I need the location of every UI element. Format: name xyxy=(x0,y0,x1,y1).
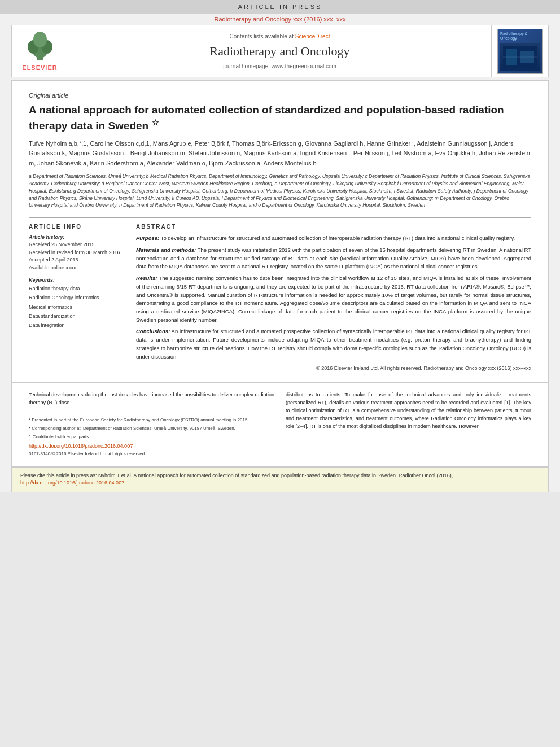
article-info-abstract-section: ARTICLE INFO Article history: Received 2… xyxy=(29,224,531,371)
journal-header-left: ELSEVIER xyxy=(12,25,68,77)
citation-bar: Please cite this article in press as: Ny… xyxy=(11,467,549,492)
accepted-date: Accepted 2 April 2016 xyxy=(29,256,125,264)
cover-title-text: Radiotherapy & Oncology xyxy=(500,32,540,41)
abstract-column: ABSTRACT Purpose: To develop an infrastr… xyxy=(136,224,531,371)
footnote-1: 1 Contributed with equal parts. xyxy=(29,434,274,440)
article-history-section: Article history: Received 25 November 20… xyxy=(29,234,125,272)
journal-issue-ref: Radiotherapy and Oncology xxx (2016) xxx… xyxy=(215,16,346,23)
abstract-heading: ABSTRACT xyxy=(136,224,531,230)
available-online: Available online xxxx xyxy=(29,264,125,272)
elsevier-label: ELSEVIER xyxy=(22,64,57,71)
main-content: Original article A national approach for… xyxy=(11,80,549,383)
revised-date: Received in revised form 30 March 2016 xyxy=(29,249,125,257)
article-info-column: ARTICLE INFO Article history: Received 2… xyxy=(29,224,125,371)
footnote-star: * Presented in part at the European Soci… xyxy=(29,417,274,423)
body-col-right: distributions to patients. To make full … xyxy=(286,391,531,457)
results-label: Results: xyxy=(136,275,157,281)
copyright-line: © 2016 Elsevier Ireland Ltd. All rights … xyxy=(136,365,531,371)
citation-text: Please cite this article in press as: Ny… xyxy=(20,473,453,478)
authors-line: Tufve Nyholm a,b,*,1, Caroline Olsson c,… xyxy=(29,139,531,169)
keyword-1: Radiation therapy data xyxy=(29,284,125,293)
abstract-text: Purpose: To develop an infrastructure fo… xyxy=(136,234,531,361)
abstract-results: Results: The suggested naming convention… xyxy=(136,274,531,324)
purpose-label: Purpose: xyxy=(136,235,159,241)
journal-header-center: Contents lists available at ScienceDirec… xyxy=(68,25,492,77)
doi-link[interactable]: http://dx.doi.org/10.1016/j.radonc.2016.… xyxy=(29,443,133,449)
keyword-2: Radiation Oncology informatics xyxy=(29,293,125,302)
conclusions-text: An infrastructure for structured and aut… xyxy=(136,328,531,359)
purpose-text: To develop an infrastructure for structu… xyxy=(161,235,515,241)
keywords-label: Keywords: xyxy=(29,277,125,283)
article-section-label: Original article xyxy=(29,92,531,99)
received-date: Received 25 November 2015 xyxy=(29,241,125,249)
footnote-corresponding: * Corresponding author at: Department of… xyxy=(29,425,274,432)
body-col-left: Technical developments during the last d… xyxy=(29,391,274,457)
keyword-5: Data integration xyxy=(29,321,125,330)
history-label: Article history: xyxy=(29,234,125,240)
keyword-3: Medical informatics xyxy=(29,303,125,312)
page-wrapper: ARTICLE IN PRESS Radiotherapy and Oncolo… xyxy=(0,0,560,492)
divider-1 xyxy=(29,217,531,218)
conclusions-label: Conclusions: xyxy=(136,328,170,334)
article-in-press-banner: ARTICLE IN PRESS xyxy=(0,0,560,14)
cover-image-icon xyxy=(503,46,537,68)
journal-link-bar: Radiotherapy and Oncology xxx (2016) xxx… xyxy=(0,14,560,25)
article-info-heading: ARTICLE INFO xyxy=(29,224,125,230)
paper-title: A national approach for automated collec… xyxy=(29,103,531,133)
elsevier-logo: ELSEVIER xyxy=(22,31,57,71)
journal-homepage: journal homepage: www.thegreenjournal.co… xyxy=(223,63,336,69)
body-text-col1: Technical developments during the last d… xyxy=(29,391,274,407)
body-section: Technical developments during the last d… xyxy=(11,383,549,466)
abstract-methods: Materials and methods: The present study… xyxy=(136,246,531,271)
abstract-conclusions: Conclusions: An infrastructure for struc… xyxy=(136,327,531,361)
keywords-list: Radiation therapy data Radiation Oncolog… xyxy=(29,284,125,330)
rights-text: 0167-8140/© 2016 Elsevier Ireland Ltd. A… xyxy=(29,451,274,457)
elsevier-tree-icon xyxy=(23,31,57,62)
methods-label: Materials and methods: xyxy=(136,247,196,253)
contents-available-text: Contents lists available at ScienceDirec… xyxy=(230,33,330,40)
journal-title: Radiotherapy and Oncology xyxy=(209,44,349,59)
abstract-purpose: Purpose: To develop an infrastructure fo… xyxy=(136,234,531,243)
body-two-col: Technical developments during the last d… xyxy=(29,391,531,457)
affiliations-text: a Department of Radiation Sciences, Umeå… xyxy=(29,173,531,209)
citation-link[interactable]: http://dx.doi.org/10.1016/j.radonc.2016.… xyxy=(20,480,124,486)
body-text-col2: distributions to patients. To make full … xyxy=(286,391,531,431)
svg-point-4 xyxy=(33,32,47,47)
results-text: The suggested naming convention has to d… xyxy=(136,275,531,323)
keywords-section: Keywords: Radiation therapy data Radiati… xyxy=(29,277,125,330)
banner-text: ARTICLE IN PRESS xyxy=(238,3,322,10)
footnote-section: * Presented in part at the European Soci… xyxy=(29,413,274,457)
journal-header: ELSEVIER Contents lists available at Sci… xyxy=(11,25,549,77)
keyword-4: Data standardization xyxy=(29,312,125,321)
journal-cover-thumbnail: Radiotherapy & Oncology xyxy=(497,29,542,74)
star-footnote-symbol: ☆ xyxy=(152,118,159,127)
journal-header-right: Radiotherapy & Oncology xyxy=(492,25,548,77)
doi-section: http://dx.doi.org/10.1016/j.radonc.2016.… xyxy=(29,443,274,451)
sciencedirect-link[interactable]: ScienceDirect xyxy=(295,33,330,40)
